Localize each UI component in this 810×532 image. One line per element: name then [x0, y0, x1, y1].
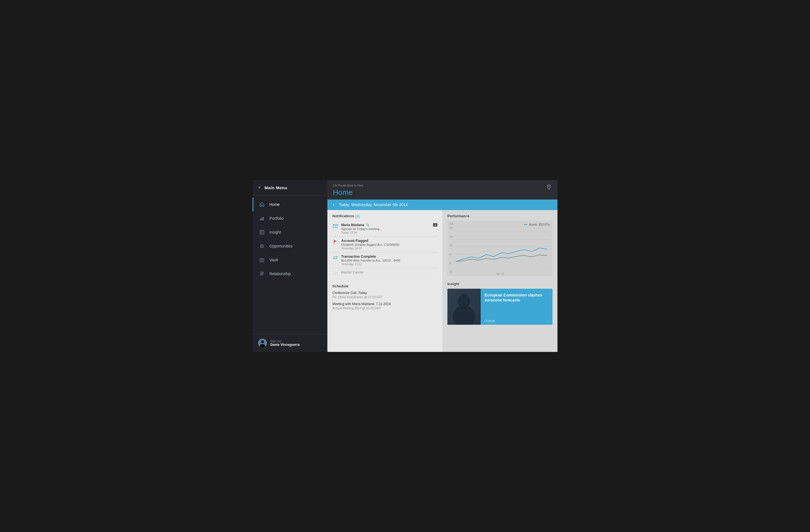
performance-title: Performance [448, 214, 552, 218]
insight-text-area: European Commission slashes eurozone for… [481, 289, 552, 325]
vault-icon [259, 257, 265, 263]
opportunities-icon [259, 243, 265, 249]
sidebar-item-home[interactable]: Home [253, 198, 327, 212]
close-menu-icon[interactable]: × [258, 185, 261, 190]
home-icon [259, 201, 265, 207]
relationship-icon [259, 271, 265, 277]
sidebar-footer: Sign out Dante Vinceguerra [253, 334, 327, 352]
user-info: Sign out Dante Vinceguerra [270, 339, 299, 347]
svg-point-15 [261, 340, 264, 343]
insight-headline: European Commission slashes eurozone for… [485, 293, 549, 303]
insight-image [448, 289, 481, 325]
chart-svg [456, 227, 550, 271]
main-content: Citi Private Bank In View Home ‹ Today: … [327, 180, 557, 352]
notification-badge: 1 [433, 223, 437, 227]
insight-section-title: Insight [448, 282, 552, 286]
sidebar-item-label-home: Home [270, 202, 280, 207]
insight-card[interactable]: European Commission slashes eurozone for… [448, 289, 552, 325]
svg-point-7 [260, 244, 264, 248]
sidebar-item-vault[interactable]: Vault [253, 253, 327, 267]
svg-point-10 [261, 260, 263, 261]
content-grid: Notifications (1) Ma [327, 210, 557, 352]
sidebar-header: × Main Menu [253, 180, 327, 195]
sidebar-item-label-relationship: Relationship [270, 271, 291, 276]
sidebar-title: Main Menu [264, 185, 287, 190]
schedule-section: Schedule Conference Call: Today Re: Chin… [327, 281, 442, 352]
user-name: Dante Vinceguerra [270, 343, 299, 347]
chart-area: Assets $10.97m (%) 20 15 10 5 0 -5 [448, 221, 552, 276]
sidebar-item-label-vault: Vault [270, 258, 278, 262]
chart-y-axis: 20 15 10 5 0 -5 [450, 227, 452, 273]
portfolio-icon [259, 215, 265, 221]
insight-icon [259, 229, 265, 235]
attachment-icon: 📎 [366, 223, 370, 227]
notifications-title: Notifications (1) [333, 214, 437, 218]
performance-section: Performance Assets $10.97m (%) 20 15 10 [442, 210, 557, 279]
page-title-area: Citi Private Bank In View Home [333, 184, 363, 197]
chart-legend: Assets $10.97m [524, 223, 550, 226]
schedule-title: Schedule [333, 284, 437, 288]
sidebar-item-opportunities[interactable]: Opportunities [253, 239, 327, 253]
sidebar-item-label-insight: Insight [270, 230, 281, 234]
email-icon [333, 223, 339, 229]
notification-content-transfer: Transaction Complete $10,000 Wire Transf… [341, 255, 437, 266]
svg-point-8 [261, 246, 263, 247]
svg-point-13 [262, 272, 264, 274]
notification-content-email: María Maidana 📎 Agenda for Friday's meet… [341, 223, 433, 234]
sidebar: × Main Menu Home [253, 180, 327, 352]
notifications-section: Notifications (1) Ma [327, 210, 442, 281]
notification-content-flag: Account Flagged Elizabeth Schaller flagg… [341, 239, 437, 250]
svg-rect-0 [260, 219, 261, 220]
sidebar-nav: Home Portfolio [253, 195, 327, 334]
svg-rect-29 [448, 289, 481, 325]
sidebar-item-label-opportunities: Opportunities [270, 244, 292, 248]
avatar [258, 338, 267, 347]
sidebar-item-insight[interactable]: Insight [253, 225, 327, 239]
legend-dot [524, 224, 527, 225]
date-text: Today: Wednesday, November 5th 2014 [339, 202, 408, 207]
schedule-item-1[interactable]: Meeting with María Maidana: 7.11.2014 An… [333, 302, 437, 310]
notification-content-faded: Hector Carrón [341, 270, 437, 274]
right-panel: Performance Assets $10.97m (%) 20 15 10 [442, 210, 557, 352]
sidebar-item-relationship[interactable]: Relationship [253, 267, 327, 281]
svg-rect-1 [261, 218, 262, 220]
svg-point-12 [260, 272, 262, 274]
insight-person-svg [448, 289, 481, 325]
insight-tag: Outlook [485, 319, 549, 322]
schedule-item-0[interactable]: Conference Call: Today Re: China Investm… [333, 291, 437, 299]
svg-rect-2 [263, 217, 264, 220]
app-container: × Main Menu Home [253, 180, 557, 352]
page-title: Home [333, 188, 363, 197]
date-bar: ‹ Today: Wednesday, November 5th 2014 [327, 199, 557, 210]
page-header: Citi Private Bank In View Home [327, 180, 557, 199]
legend-value: $10.97m [539, 223, 550, 226]
svg-point-17 [548, 186, 549, 187]
transfer-icon [333, 255, 339, 261]
location-icon[interactable] [546, 184, 552, 192]
sidebar-item-portfolio[interactable]: Portfolio [253, 212, 327, 225]
insight-panel-section: Insight [442, 279, 557, 352]
notification-item-faded[interactable]: Hector Carrón [333, 268, 437, 279]
faded-icon [333, 270, 339, 277]
sidebar-item-label-portfolio: Portfolio [270, 216, 284, 220]
left-panel: Notifications (1) Ma [327, 210, 442, 352]
back-arrow-icon[interactable]: ‹ [333, 202, 334, 207]
notification-item-flag[interactable]: Account Flagged Elizabeth Schaller flagg… [333, 237, 437, 252]
notification-item-email[interactable]: María Maidana 📎 Agenda for Friday's meet… [333, 221, 437, 237]
svg-point-16 [260, 344, 265, 347]
sign-out-label[interactable]: Sign out [270, 339, 299, 343]
x-label: Jan 13 [496, 272, 504, 275]
flag-icon [333, 239, 339, 245]
pct-label: (%) [450, 222, 454, 225]
notification-item-transfer[interactable]: Transaction Complete $10,000 Wire Transf… [333, 252, 437, 268]
breadcrumb: Citi Private Bank In View [333, 184, 363, 187]
legend-label: Assets [529, 223, 537, 226]
